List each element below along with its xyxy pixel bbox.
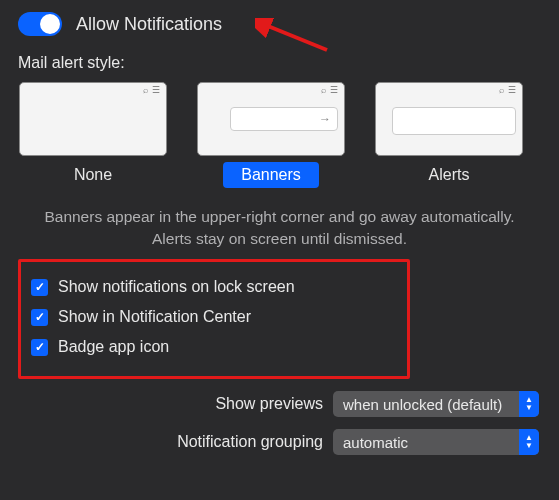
alert-style-alerts-label: Alerts <box>411 162 488 188</box>
alert-style-none[interactable]: ⌕☰ None <box>18 82 168 188</box>
alert-style-banners-thumb: ⌕☰ → <box>197 82 345 156</box>
menu-icon: ☰ <box>508 85 516 95</box>
allow-notifications-label: Allow Notifications <box>76 14 222 35</box>
checkbox-notification-center-label: Show in Notification Center <box>58 308 251 326</box>
alert-style-none-label: None <box>56 162 130 188</box>
allow-notifications-toggle[interactable] <box>18 12 62 36</box>
arrow-right-icon: → <box>319 112 331 126</box>
alert-style-banners[interactable]: ⌕☰ → Banners <box>196 82 346 188</box>
alert-style-group: ⌕☰ None ⌕☰ → Banners ⌕☰ Alerts <box>18 82 541 188</box>
checkbox-box: ✓ <box>31 309 48 326</box>
chevron-updown-icon: ▲▼ <box>519 391 539 417</box>
search-icon: ⌕ <box>499 85 504 95</box>
chevron-updown-icon: ▲▼ <box>519 429 539 455</box>
checkbox-box: ✓ <box>31 279 48 296</box>
banner-graphic: → <box>230 107 338 131</box>
checkbox-highlight-region: ✓ Show notifications on lock screen ✓ Sh… <box>18 259 410 379</box>
checkbox-badge[interactable]: ✓ Badge app icon <box>31 332 397 362</box>
checkmark-icon: ✓ <box>35 310 45 324</box>
show-previews-value: when unlocked (default) <box>343 396 502 413</box>
grouping-label: Notification grouping <box>177 433 323 451</box>
menu-icon: ☰ <box>152 85 160 95</box>
grouping-select[interactable]: automatic ▲▼ <box>333 429 539 455</box>
checkmark-icon: ✓ <box>35 280 45 294</box>
checkmark-icon: ✓ <box>35 340 45 354</box>
checkbox-lock-screen[interactable]: ✓ Show notifications on lock screen <box>31 272 397 302</box>
search-icon: ⌕ <box>321 85 326 95</box>
grouping-value: automatic <box>343 434 408 451</box>
checkbox-lock-screen-label: Show notifications on lock screen <box>58 278 295 296</box>
toggle-knob <box>40 14 60 34</box>
alert-style-none-thumb: ⌕☰ <box>19 82 167 156</box>
checkbox-notification-center[interactable]: ✓ Show in Notification Center <box>31 302 397 332</box>
checkbox-box: ✓ <box>31 339 48 356</box>
menu-icon: ☰ <box>330 85 338 95</box>
show-previews-select[interactable]: when unlocked (default) ▲▼ <box>333 391 539 417</box>
alert-graphic <box>392 107 516 135</box>
mail-alert-style-label: Mail alert style: <box>18 54 541 72</box>
alert-style-alerts[interactable]: ⌕☰ Alerts <box>374 82 524 188</box>
alert-style-banners-label: Banners <box>223 162 319 188</box>
alert-style-description: Banners appear in the upper-right corner… <box>18 196 541 249</box>
alert-style-alerts-thumb: ⌕☰ <box>375 82 523 156</box>
search-icon: ⌕ <box>143 85 148 95</box>
checkbox-badge-label: Badge app icon <box>58 338 169 356</box>
show-previews-label: Show previews <box>215 395 323 413</box>
